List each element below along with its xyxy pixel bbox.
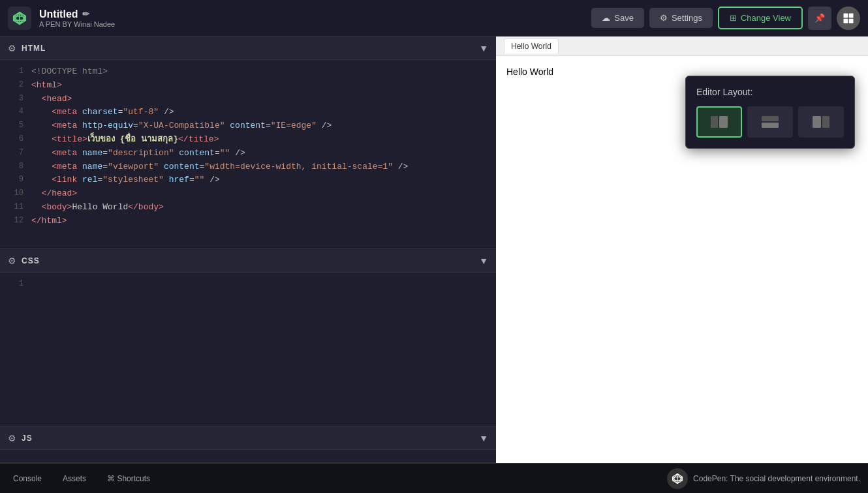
preview-tab[interactable]: Hello World [504,38,559,53]
pin-button[interactable]: 📌 [808,7,831,30]
codepen-logo [8,7,31,30]
svg-rect-16 [813,116,821,128]
code-line-8: 8 <meta name="viewport" content="width=d… [0,160,496,174]
assets-tab[interactable]: Assets [57,471,91,486]
js-header: ⚙ JS ▼ [0,426,496,450]
js-title: JS [22,434,474,443]
edit-title-icon[interactable]: ✏ [82,9,89,19]
css-collapse-button[interactable]: ▼ [479,256,488,266]
cloud-icon: ☁ [602,13,610,23]
console-tab[interactable]: Console [8,471,47,486]
svg-rect-8 [844,13,848,18]
preview-tab-bar: Hello World [496,37,868,56]
css-title: CSS [22,256,474,265]
html-section: ⚙ HTML ▼ 1 <!DOCTYPE html> 2 <html> 3 <h… [0,37,496,249]
css-editor[interactable]: 1 [0,273,496,426]
js-collapse-button[interactable]: ▼ [479,433,488,443]
code-line-3: 3 <head> [0,93,496,106]
js-section: ⚙ JS ▼ [0,426,496,463]
code-line-9: 9 <link rel="stylesheet" href="" /> [0,173,496,187]
main-content: ⚙ HTML ▼ 1 <!DOCTYPE html> 2 <html> 3 <h… [0,37,868,463]
save-button[interactable]: ☁ Save [591,8,644,28]
svg-rect-10 [844,18,848,23]
css-settings-icon[interactable]: ⚙ [8,256,16,266]
css-section: ⚙ CSS ▼ 1 [0,249,496,426]
topbar-buttons: ☁ Save ⚙ Settings ⊞ Change View 📌 [591,7,860,30]
user-avatar[interactable] [837,7,860,30]
change-view-button[interactable]: ⊞ Change View [718,7,803,29]
gear-icon: ⚙ [660,13,668,23]
svg-rect-12 [711,116,718,128]
code-line-2: 2 <html> [0,79,496,93]
html-settings-icon[interactable]: ⚙ [8,43,16,53]
css-header: ⚙ CSS ▼ [0,249,496,273]
preview-panel: Hello World Hello World Editor Layout: [496,37,868,463]
code-line-5: 5 <meta http-equiv="X-UA-Compatible" con… [0,119,496,133]
bottom-codepen-icon [667,468,688,489]
topbar: Untitled ✏ A PEN BY Winai Nadee ☁ Save ⚙… [0,0,868,37]
code-line-7: 7 <meta name="description" content="" /> [0,147,496,160]
layout-popup: Editor Layout: [685,76,855,149]
code-line-11: 11 <body>Hello World</body> [0,201,496,215]
layout-option-top[interactable] [747,106,793,138]
html-header: ⚙ HTML ▼ [0,37,496,60]
title-area: Untitled ✏ A PEN BY Winai Nadee [39,8,583,28]
layout-icon: ⊞ [730,13,737,23]
code-line-12: 12 </html> [0,215,496,228]
code-line-6: 6 <title>เว็บของ {ชื่อ นามสกุล}</title> [0,133,496,147]
svg-rect-13 [719,116,728,128]
svg-rect-11 [849,18,854,23]
svg-rect-9 [849,13,854,18]
preview-hello-world: Hello World [506,67,553,77]
layout-option-right[interactable] [798,106,844,138]
bottom-message: CodePen: The social development environm… [693,474,860,483]
layout-options [696,106,844,138]
js-settings-icon[interactable]: ⚙ [8,433,16,443]
pin-icon: 📌 [814,13,825,23]
svg-rect-15 [762,123,779,128]
code-line-1: 1 <!DOCTYPE html> [0,65,496,79]
html-collapse-button[interactable]: ▼ [479,43,488,53]
svg-rect-17 [822,116,829,128]
pen-title: Untitled ✏ [39,8,583,20]
layout-option-left[interactable] [696,106,742,138]
settings-button[interactable]: ⚙ Settings [649,8,713,28]
shortcuts-tab[interactable]: ⌘ Shortcuts [102,471,155,486]
html-editor[interactable]: 1 <!DOCTYPE html> 2 <html> 3 <head> 4 <m… [0,60,496,248]
html-title: HTML [22,44,474,53]
bottombar: Console Assets ⌘ Shortcuts CodePen: The … [0,463,868,493]
code-line-4: 4 <meta charset="utf-8" /> [0,106,496,119]
bottom-logo-area: CodePen: The social development environm… [667,468,860,489]
editors-panel: ⚙ HTML ▼ 1 <!DOCTYPE html> 2 <html> 3 <h… [0,37,496,463]
pen-author: A PEN BY Winai Nadee [39,20,583,28]
code-line-10: 10 </head> [0,187,496,201]
pen-title-text: Untitled [39,8,78,20]
css-line-1: 1 [0,278,496,290]
layout-popup-title: Editor Layout: [696,87,844,97]
svg-rect-14 [762,116,779,121]
